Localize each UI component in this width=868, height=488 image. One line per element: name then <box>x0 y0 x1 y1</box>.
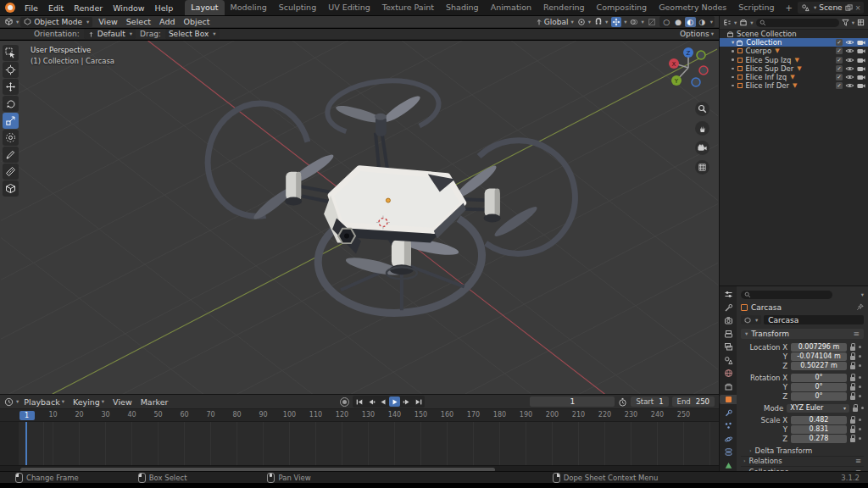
outliner-row-object[interactable]: Cuerpo ▼ ✓ <box>720 47 868 55</box>
lock-icon[interactable] <box>850 429 855 433</box>
object-bullet-icon[interactable] <box>732 50 734 53</box>
transform-value-field[interactable]: 0.50227 m▾ <box>791 362 847 370</box>
playhead[interactable] <box>25 422 27 465</box>
shading-wireframe-button[interactable]: ○ <box>661 17 672 27</box>
drag-dropdown[interactable]: Select Box ▾ <box>165 29 220 39</box>
pivot-point-dropdown[interactable]: ▾ <box>577 18 591 26</box>
3d-viewport[interactable]: User Perspective (1) Collection | Carcas… <box>0 41 719 394</box>
frame-tick[interactable]: 30 <box>92 409 119 421</box>
checkbox-icon[interactable]: ✓ <box>836 82 843 89</box>
menu-item[interactable]: Keying▾ <box>69 397 108 407</box>
workspace-tab[interactable]: Scripting <box>732 0 780 15</box>
menu-item[interactable]: Window <box>108 3 149 14</box>
jump-to-start-button[interactable] <box>353 396 364 407</box>
eye-icon[interactable] <box>845 82 854 89</box>
next-keyframe-button[interactable] <box>401 396 412 407</box>
tab-collection[interactable] <box>720 382 737 391</box>
xray-toggle[interactable] <box>648 18 656 26</box>
tab-render[interactable] <box>720 316 737 325</box>
object-bullet-icon[interactable] <box>732 68 734 70</box>
transform-value-field[interactable]: 0.831▾ <box>791 425 847 434</box>
panel-menu-icon[interactable]: ≡ <box>855 457 861 465</box>
menu-item[interactable]: View▾ <box>108 397 136 407</box>
menu-item[interactable]: Select <box>122 17 155 26</box>
scene-selector[interactable]: ▾ Scene × <box>798 2 864 14</box>
object-bullet-icon[interactable] <box>732 76 734 79</box>
tab-view-layer[interactable] <box>720 342 737 352</box>
lock-icon[interactable] <box>850 419 855 424</box>
lock-icon[interactable] <box>850 347 855 351</box>
pin-icon[interactable] <box>856 303 864 311</box>
timeline-editor-type-button[interactable]: ▾ <box>4 397 19 407</box>
animate-dot[interactable] <box>859 428 861 430</box>
menu-item[interactable]: Marker▾ <box>136 397 173 407</box>
camera-view-button[interactable] <box>695 141 709 155</box>
workspace-tab[interactable]: Animation <box>485 0 537 15</box>
frame-tick[interactable]: 60 <box>171 409 198 421</box>
animate-dot[interactable] <box>859 385 861 388</box>
blender-logo-icon[interactable] <box>5 3 15 13</box>
menu-item[interactable]: Edit <box>43 3 69 14</box>
eye-icon[interactable] <box>845 47 854 54</box>
eye-icon[interactable] <box>845 74 854 80</box>
object-type-dropdown[interactable]: ▾ <box>741 315 761 324</box>
frame-tick[interactable]: 200 <box>539 409 565 421</box>
frame-tick[interactable]: 190 <box>513 409 539 421</box>
frame-tick[interactable]: 110 <box>303 409 329 421</box>
transform-value-field[interactable]: 0°▾ <box>791 374 847 382</box>
tool-transform[interactable] <box>3 130 19 146</box>
frame-tick[interactable]: 100 <box>276 409 303 421</box>
workspace-tab[interactable]: Sculpting <box>273 0 322 15</box>
snap-toggle[interactable]: ▾ <box>594 18 608 26</box>
animate-dot[interactable] <box>859 437 861 440</box>
outliner-search-input[interactable] <box>756 19 839 27</box>
lock-icon[interactable] <box>850 386 855 391</box>
frame-tick[interactable]: 130 <box>355 409 381 421</box>
outliner-row-object[interactable]: Elice Inf Der ▼ ✓ <box>720 81 868 90</box>
tool-rotate[interactable] <box>3 96 19 112</box>
tool-annotate[interactable] <box>3 147 19 163</box>
lock-icon[interactable] <box>853 408 858 412</box>
auto-keying-button[interactable] <box>340 397 349 407</box>
menu-item[interactable]: Add <box>155 17 179 26</box>
shading-rendered-button[interactable]: ◑ <box>697 17 708 27</box>
outliner-filter-button[interactable]: ▾ <box>842 19 854 26</box>
eye-icon[interactable] <box>845 65 854 72</box>
gizmo-x-neg-axis[interactable] <box>699 66 708 75</box>
checkbox-icon[interactable]: ✓ <box>836 74 843 80</box>
orientation-dropdown[interactable]: Default ▾ <box>84 29 136 39</box>
frame-tick[interactable]: 80 <box>224 409 250 421</box>
shading-material-button[interactable]: ◐ <box>685 17 696 27</box>
menu-item[interactable]: Help <box>150 3 179 14</box>
outliner-display-mode-button[interactable]: ▾ <box>739 19 753 27</box>
outliner-row-object[interactable]: Elice Sup Der ▼ ✓ <box>720 64 868 73</box>
current-frame-field[interactable]: 1 <box>530 396 615 407</box>
tool-scale[interactable] <box>3 113 19 129</box>
overlays-toggle[interactable]: ▾ <box>630 18 643 26</box>
stopwatch-icon[interactable] <box>618 397 627 407</box>
unlink-scene-icon[interactable]: × <box>855 4 861 12</box>
animate-dot[interactable] <box>859 346 861 348</box>
pan-button[interactable] <box>695 121 709 136</box>
workspace-tab[interactable]: Shading <box>440 0 485 15</box>
tab-physics[interactable] <box>720 435 737 444</box>
frame-tick[interactable]: 160 <box>434 409 460 421</box>
tab-modifiers[interactable] <box>720 408 737 418</box>
play-button[interactable] <box>389 396 400 407</box>
editor-type-button[interactable]: ▾ <box>4 17 19 26</box>
checkbox-icon[interactable]: ✓ <box>836 65 843 72</box>
frame-tick[interactable]: 180 <box>487 409 513 421</box>
timeline-ruler[interactable]: 1102030405060708090100110120130140150160… <box>0 409 719 422</box>
frame-tick[interactable]: 250 <box>670 409 697 421</box>
outliner-row-object[interactable]: Elice Inf Izq ▼ ✓ <box>720 73 868 81</box>
animate-dot[interactable] <box>859 419 861 421</box>
transform-value-field[interactable]: 0.007296 m▾ <box>791 343 847 352</box>
tab-tool[interactable] <box>720 303 737 313</box>
frame-tick[interactable]: 1 <box>19 411 35 420</box>
menu-item[interactable]: View <box>94 17 122 26</box>
object-bullet-icon[interactable] <box>732 58 734 61</box>
frame-tick[interactable]: 120 <box>329 409 355 421</box>
section-delta-transform[interactable]: › Delta Transform <box>741 446 864 456</box>
menu-item[interactable]: Object <box>180 17 214 26</box>
frame-tick[interactable]: 230 <box>618 409 644 421</box>
